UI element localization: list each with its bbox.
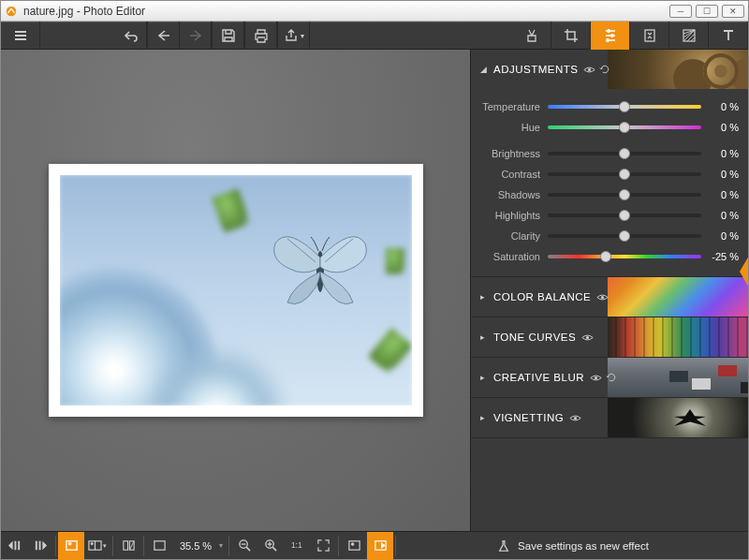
svg-text:1:1: 1:1 [290,540,301,550]
section-vignetting-label: VIGNETTING [493,412,564,423]
svg-rect-4 [645,30,654,41]
app-icon [5,5,18,18]
tab-crop[interactable] [551,22,591,50]
section-tone-curves-header[interactable]: ▸ TONE CURVES [471,317,748,357]
eye-icon[interactable] [581,332,594,344]
clarity-label: Clarity [480,230,548,242]
eye-icon[interactable] [583,64,595,76]
clarity-slider[interactable] [548,234,701,238]
forward-button[interactable] [180,22,212,50]
titlebar: nature.jpg - Photo Editor ─ ☐ ✕ [1,1,748,22]
section-creative-blur-label: CREATIVE BLUR [493,372,584,383]
photo-preview [49,164,423,417]
highlights-slider[interactable] [548,214,701,217]
zoom-1to1-button[interactable]: 1:1 [284,532,310,560]
svg-line-21 [246,547,250,551]
chevron-right-icon: ▸ [480,332,490,342]
svg-point-7 [588,67,591,70]
temperature-label: Temperature [480,101,548,112]
export-button[interactable]: ▾ [278,22,310,50]
undo-button[interactable] [115,22,147,50]
tab-text[interactable] [709,22,748,50]
svg-point-3 [606,38,609,41]
contrast-value: 0 % [701,169,739,180]
contrast-slider[interactable] [548,172,701,176]
chevron-right-icon: ▸ [480,292,490,302]
canvas[interactable] [1,50,470,531]
maximize-button[interactable]: ☐ [696,5,718,18]
svg-rect-12 [66,541,76,550]
brightness-value: 0 % [701,148,739,159]
save-as-effect-button[interactable]: Save settings as new effect [398,539,748,553]
contrast-label: Contrast [480,169,548,180]
fullscreen-button[interactable] [310,532,336,560]
svg-point-16 [91,543,93,545]
reset-icon[interactable] [606,372,617,383]
section-color-balance-label: COLOR BALANCE [493,291,591,302]
adjustments-sliders: Temperature 0 % Hue 0 % Brightness 0 % [471,89,748,276]
svg-line-24 [272,547,276,551]
print-button[interactable] [245,22,277,50]
svg-rect-19 [154,541,164,550]
svg-point-8 [601,295,604,298]
tab-effects[interactable] [512,22,551,50]
saturation-slider[interactable] [548,255,701,258]
tab-adjustments[interactable] [591,22,630,50]
compare-view-button[interactable]: ▾ [84,532,110,560]
back-button[interactable] [148,22,180,50]
eye-icon[interactable] [596,291,609,303]
section-vignetting-header[interactable]: ▸ VIGNETTING [471,398,748,437]
adjustments-panel: ◢ ADJUSTMENTS Temperature 0 % Hue [470,50,748,531]
section-creative-blur-header[interactable]: ▸ CREATIVE BLUR [471,358,748,397]
svg-point-9 [586,335,589,338]
next-image-button[interactable] [27,532,53,560]
footer-toolbar: ▾ 35.5 % ▾ 1:1 Save settings as new effe… [1,531,748,559]
brightness-label: Brightness [480,148,548,159]
zoom-dropdown-icon[interactable]: ▾ [219,541,227,550]
flask-icon [497,539,510,553]
highlights-label: Highlights [480,210,548,221]
svg-point-13 [68,542,71,545]
section-adjustments-label: ADJUSTMENTS [493,64,578,75]
hue-value: 0 % [701,122,739,133]
shadows-value: 0 % [701,189,739,200]
menu-button[interactable] [1,22,40,50]
temperature-slider[interactable] [548,105,701,109]
eye-icon[interactable] [569,412,581,424]
svg-rect-28 [348,541,359,550]
apply-button[interactable] [367,532,393,560]
clarity-value: 0 % [701,230,739,242]
reset-icon[interactable] [599,64,610,75]
tab-layers[interactable] [630,22,669,50]
before-after-button[interactable] [341,532,367,560]
shadows-slider[interactable] [548,193,701,197]
hue-slider[interactable] [548,125,701,129]
brightness-slider[interactable] [548,152,701,155]
window-title: nature.jpg - Photo Editor [23,5,145,18]
svg-point-1 [607,29,609,32]
fit-zoom-button[interactable] [146,532,172,560]
svg-rect-17 [123,541,127,550]
histogram-button[interactable] [115,532,141,560]
single-view-button[interactable] [58,532,84,560]
chevron-down-icon: ◢ [480,65,490,74]
eye-icon[interactable] [590,372,602,384]
minimize-button[interactable]: ─ [669,5,692,18]
chevron-right-icon: ▸ [480,413,490,422]
saturation-label: Saturation [480,251,548,262]
prev-image-button[interactable] [1,532,27,560]
save-button[interactable] [213,22,244,50]
saturation-value: -25 % [701,251,739,262]
svg-point-2 [610,34,613,37]
svg-point-29 [351,543,354,546]
section-color-balance-header[interactable]: ▸ COLOR BALANCE [471,277,748,317]
tab-texture[interactable] [669,22,709,50]
hue-label: Hue [480,122,548,133]
top-toolbar: ▾ [1,22,748,50]
zoom-level: 35.5 % [172,540,219,552]
zoom-out-button[interactable] [231,532,257,560]
section-adjustments-header[interactable]: ◢ ADJUSTMENTS [471,50,748,89]
zoom-in-button[interactable] [257,532,284,560]
close-button[interactable]: ✕ [722,5,744,18]
svg-point-10 [595,376,597,378]
